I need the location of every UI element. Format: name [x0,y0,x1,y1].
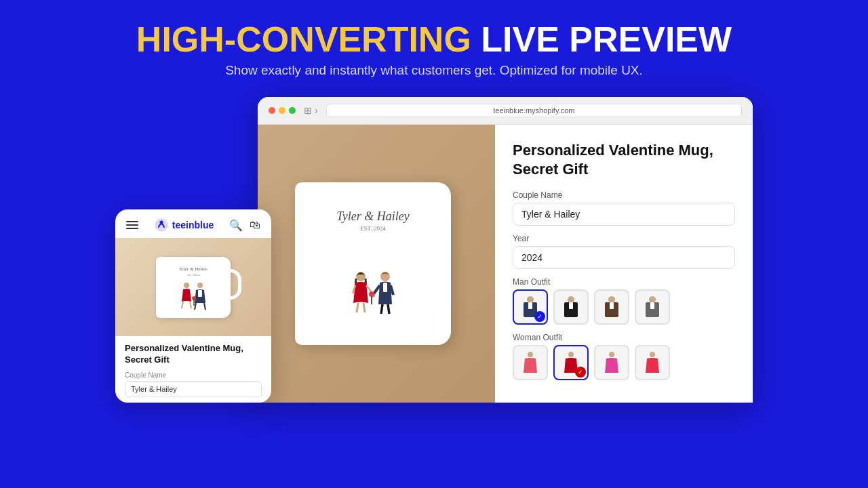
browser-bar: ⊞ › teeinblue.myshopify.com [258,97,753,125]
year-input[interactable] [513,246,735,269]
man-suit-brown-icon [602,296,621,319]
svg-point-0 [155,218,168,232]
search-icon[interactable]: 🔍 [229,219,243,232]
mug-large: Tyler & Hailey EST. 2024 [295,182,451,345]
woman-selected-check-icon: ✓ [575,367,586,378]
woman-dress-hotpink-icon [604,351,620,374]
product-options-form: Couple Name Year Man Outfit [513,190,735,380]
brand-logo-area: teeinblue [154,218,214,232]
brand-name: teeinblue [172,220,214,230]
mug-couple-text-mobile: Tyler & Hailey est. 2024 [179,266,208,277]
woman-outfit-label: Woman Outfit [513,333,735,342]
svg-line-7 [195,303,196,310]
svg-line-3 [182,302,183,308]
svg-point-32 [608,296,615,303]
couple-figures-svg [346,270,400,318]
svg-line-4 [190,302,191,308]
woman-outfit-field-group: Woman Outfit [513,333,735,380]
browser-forward-icon[interactable]: › [315,105,318,116]
mobile-header: teeinblue 🔍 🛍 [115,209,271,238]
mobile-product-image: Tyler & Hailey est. 2024 [115,238,271,336]
couple-name-input[interactable] [513,203,735,226]
couple-figures-mobile [176,281,210,311]
title-highlight: HIGH-CONVERTING [136,20,471,59]
couple-figures-large [346,270,400,318]
couple-name-field-group: Couple Name [513,190,735,226]
browser-url-bar[interactable]: teeinblue.myshopify.com [326,104,742,117]
mug-couple-text-large: Tyler & Hailey EST. 2024 [336,209,410,232]
browser-nav: ⊞ › [304,105,318,116]
svg-point-29 [568,296,574,303]
desktop-card: ⊞ › teeinblue.myshopify.com Tyler & Hail… [258,97,753,403]
svg-rect-30 [569,302,573,309]
mug-handle [450,223,451,277]
page-title: HIGH-CONVERTING LIVE PREVIEW [136,20,732,59]
svg-point-40 [650,352,655,357]
desktop-product-image: Tyler & Hailey EST. 2024 [258,125,495,403]
showcase-container: teeinblue 🔍 🛍 Tyler & Hailey est. 2024 [0,97,868,403]
svg-point-39 [609,352,614,357]
svg-rect-27 [528,302,532,309]
svg-rect-6 [198,290,202,297]
woman-outfit-hotpink[interactable] [594,345,629,380]
product-panel: Personalized Valentine Mug, Secret Gift … [495,125,753,403]
svg-point-26 [527,296,534,303]
selected-check-icon: ✓ [534,311,545,322]
man-outfit-gray[interactable] [635,289,670,325]
svg-point-1 [159,221,163,224]
browser-window-controls [269,107,296,114]
product-title: Personalized Valentine Mug, Secret Gift [513,141,735,178]
svg-rect-36 [650,302,654,309]
mug-illustration-mobile: Tyler & Hailey est. 2024 [156,257,231,318]
mobile-couple-name-input[interactable] [125,381,262,397]
maximize-dot[interactable] [289,107,296,114]
browser-content: Tyler & Hailey EST. 2024 [258,125,753,403]
svg-point-5 [197,283,203,288]
browser-grid-icon: ⊞ [304,105,312,116]
svg-rect-17 [383,283,387,292]
man-suit-gray-icon [643,296,662,319]
svg-point-2 [184,283,189,288]
woman-outfit-options: ✓ [513,345,735,380]
cart-icon[interactable]: 🛍 [250,219,260,231]
mobile-card: teeinblue 🔍 🛍 Tyler & Hailey est. 2024 [115,209,271,403]
woman-outfit-red[interactable]: ✓ [553,345,589,380]
svg-line-21 [381,304,382,314]
year-label: Year [513,234,735,243]
year-field-group: Year [513,234,735,269]
mobile-nav-icons: 🔍 🛍 [229,219,260,232]
close-dot[interactable] [269,107,275,114]
woman-outfit-pink[interactable] [513,345,548,380]
man-outfit-navy[interactable]: ✓ [513,289,548,325]
svg-point-37 [528,352,533,357]
hamburger-menu[interactable] [126,221,138,229]
svg-line-8 [204,303,205,310]
svg-point-35 [649,296,656,303]
page-subtitle: Show exactly and instantly what customer… [136,63,732,78]
svg-line-15 [363,303,365,312]
mobile-product-title: Personalized Valentine Mug, Secret Gift [125,343,262,366]
svg-point-38 [568,352,574,357]
man-outfit-options: ✓ [513,289,735,325]
man-outfit-black[interactable] [553,289,589,325]
page-header: HIGH-CONVERTING LIVE PREVIEW Show exactl… [136,20,732,78]
brand-icon [154,218,169,232]
woman-outfit-coral[interactable] [635,345,670,380]
man-outfit-brown[interactable] [594,289,629,325]
woman-dress-coral-icon [644,351,660,374]
couple-name-label: Couple Name [513,190,735,200]
svg-line-14 [357,303,358,312]
mobile-couple-name-label: Couple Name [125,371,262,379]
man-outfit-label: Man Outfit [513,277,735,287]
man-outfit-field-group: Man Outfit ✓ [513,277,735,325]
woman-dress-pink-icon [522,351,538,374]
mug-large-container: Tyler & Hailey EST. 2024 [288,169,465,359]
svg-line-22 [388,304,389,314]
title-rest: LIVE PREVIEW [471,20,732,59]
man-suit-black-icon [561,296,580,319]
minimize-dot[interactable] [279,107,285,114]
svg-rect-33 [610,302,614,309]
svg-point-23 [369,291,374,297]
mobile-product-info: Personalized Valentine Mug, Secret Gift … [115,336,271,403]
